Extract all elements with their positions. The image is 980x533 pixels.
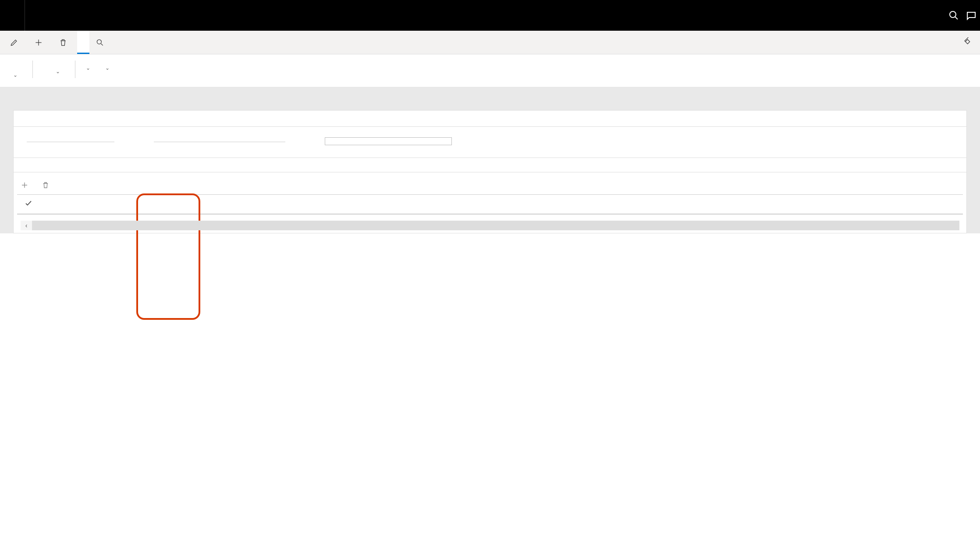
brand-label[interactable]: [0, 0, 25, 31]
general-fields: [14, 127, 966, 157]
search-action-icon[interactable]: [89, 31, 110, 54]
col-activity-currency[interactable]: [576, 195, 646, 215]
grid-toolbar: [17, 179, 963, 194]
edit-button[interactable]: [4, 31, 28, 54]
col-product[interactable]: [394, 195, 440, 215]
add-line-button[interactable]: [21, 181, 32, 189]
options-tab[interactable]: [77, 31, 89, 54]
general-card: [13, 110, 967, 158]
col-activity-amount[interactable]: [501, 195, 575, 215]
scroll-left-icon[interactable]: ‹: [21, 221, 32, 230]
svg-point-4: [97, 39, 101, 44]
page-title-area: [0, 96, 980, 110]
svg-line-5: [101, 43, 103, 45]
col-reward-point-id[interactable]: [646, 195, 785, 215]
earning-rules-grid[interactable]: [17, 194, 963, 215]
earning-rules-header[interactable]: [14, 158, 966, 172]
horizontal-scrollbar[interactable]: ‹: [21, 221, 959, 230]
get-link-link[interactable]: ⌄: [83, 65, 90, 71]
chevron-down-icon: ⌄: [86, 65, 90, 71]
col-product-variant[interactable]: [440, 195, 501, 215]
chevron-down-icon: ⌄: [105, 65, 110, 71]
chevron-down-icon: ⌄: [13, 72, 18, 78]
general-header[interactable]: [14, 111, 966, 127]
personalize-group: ⌄: [8, 61, 33, 78]
description-field: [154, 135, 285, 145]
global-header: [0, 0, 980, 31]
loyalty-program-input[interactable]: [325, 137, 452, 145]
page-options-group: ⌄: [38, 61, 75, 78]
messages-icon[interactable]: [962, 7, 980, 24]
svg-line-1: [955, 17, 958, 19]
custom-alert-link[interactable]: ⌄: [103, 65, 110, 71]
col-reward-point-type[interactable]: [786, 195, 893, 215]
col-activity-type[interactable]: [189, 195, 334, 215]
action-bar: [0, 31, 980, 54]
col-program-tier[interactable]: [39, 195, 119, 215]
add-workspace-link[interactable]: ⌄: [11, 72, 18, 78]
col-category[interactable]: [333, 195, 394, 215]
chevron-down-icon: ⌄: [56, 68, 60, 75]
col-affiliation[interactable]: [119, 195, 189, 215]
attach-icon[interactable]: [962, 37, 971, 47]
remove-button[interactable]: [42, 181, 53, 189]
scheme-id-input[interactable]: [27, 137, 114, 142]
change-view-link[interactable]: ⌄: [53, 68, 60, 75]
options-ribbon: ⌄ ⌄ ⌄: [0, 54, 980, 87]
svg-point-0: [950, 11, 956, 18]
select-all-checkbox[interactable]: [17, 195, 39, 215]
col-reward-points[interactable]: [893, 195, 963, 215]
page-body: ‹: [0, 87, 980, 233]
scheme-id-field: [27, 135, 114, 145]
delete-button[interactable]: [53, 31, 77, 54]
share-group: ⌄ ⌄: [81, 61, 124, 78]
loyalty-program-field: [325, 135, 452, 145]
description-input[interactable]: [154, 137, 285, 142]
earning-rules-section: ‹: [13, 158, 967, 233]
new-button[interactable]: [28, 31, 53, 54]
search-icon[interactable]: [945, 7, 962, 24]
